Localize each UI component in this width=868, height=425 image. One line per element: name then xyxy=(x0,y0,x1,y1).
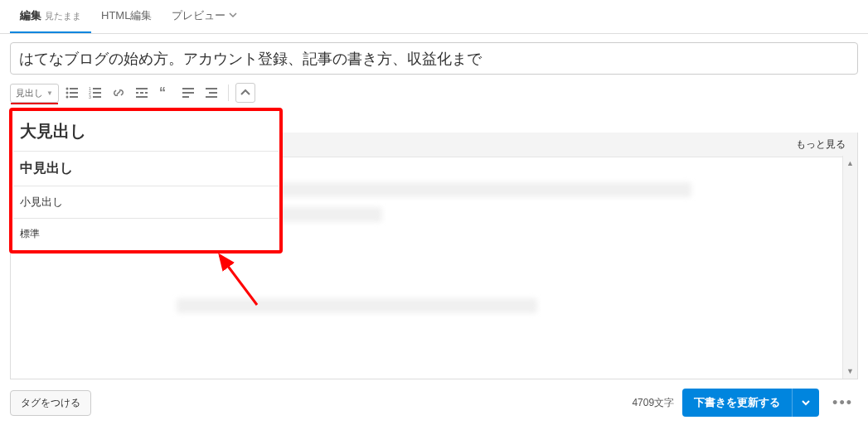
svg-rect-19 xyxy=(209,92,217,94)
ordered-list-button[interactable]: 123 xyxy=(85,83,105,103)
indent-icon xyxy=(205,86,218,99)
annotation-red-box: 大見出し 中見出し 小見出し 標準 xyxy=(9,108,283,254)
indent-button[interactable] xyxy=(201,83,221,103)
collapse-toolbar-button[interactable] xyxy=(235,83,255,103)
scroll-down-button[interactable]: ▼ xyxy=(843,364,857,379)
toolbar: 見出し ▼ 123 “ xyxy=(0,83,868,108)
char-count: 4709文字 xyxy=(632,396,674,410)
svg-rect-1 xyxy=(70,88,78,89)
svg-line-21 xyxy=(220,255,257,305)
caret-down-icon: ▼ xyxy=(46,89,53,97)
editor-tabs: 編集 見たまま HTML編集 プレビュー xyxy=(0,0,868,34)
update-draft-button[interactable]: 下書きを更新する xyxy=(682,389,793,417)
outdent-button[interactable] xyxy=(178,83,198,103)
tag-button[interactable]: タグをつける xyxy=(10,390,91,416)
tab-edit[interactable]: 編集 見たまま xyxy=(10,0,91,33)
annotation-underline xyxy=(11,103,58,104)
svg-text:3: 3 xyxy=(89,94,91,99)
svg-rect-9 xyxy=(93,92,101,94)
svg-rect-13 xyxy=(136,96,148,98)
outdent-icon xyxy=(182,86,195,99)
tab-html-label: HTML編集 xyxy=(101,8,152,23)
chevron-down-icon xyxy=(229,11,237,19)
tab-edit-label: 編集 xyxy=(20,8,41,23)
readmore-icon xyxy=(135,86,148,99)
svg-rect-7 xyxy=(93,88,101,89)
heading-select-label: 見出し xyxy=(16,87,43,99)
ordered-list-icon: 123 xyxy=(89,86,102,99)
more-link[interactable]: もっと見る xyxy=(796,138,846,150)
scroll-up-button[interactable]: ▲ xyxy=(843,156,857,171)
svg-rect-16 xyxy=(182,92,194,94)
quote-icon: “ xyxy=(158,86,172,99)
link-icon xyxy=(112,86,125,99)
update-draft-dropdown[interactable] xyxy=(793,389,819,417)
chevron-up-icon xyxy=(239,86,252,99)
footer: タグをつける 4709文字 下書きを更新する ••• xyxy=(0,380,868,425)
annotation-arrow xyxy=(207,247,274,313)
heading-option-h3[interactable]: 小見出し xyxy=(13,186,279,219)
link-button[interactable] xyxy=(109,83,129,103)
svg-rect-11 xyxy=(93,96,101,98)
heading-select[interactable]: 見出し ▼ xyxy=(10,84,59,103)
heading-option-h1[interactable]: 大見出し xyxy=(13,112,279,152)
scrollbar[interactable]: ▲ ▼ xyxy=(842,156,857,379)
more-options-button[interactable]: ••• xyxy=(827,394,858,412)
svg-rect-17 xyxy=(182,96,189,98)
svg-rect-5 xyxy=(70,96,78,98)
readmore-button[interactable] xyxy=(132,83,152,103)
svg-rect-3 xyxy=(70,92,78,94)
tab-edit-sublabel: 見たまま xyxy=(45,10,81,22)
svg-point-2 xyxy=(65,92,68,94)
chevron-down-icon xyxy=(801,398,811,408)
svg-rect-15 xyxy=(182,88,194,89)
title-row xyxy=(0,34,868,83)
heading-dropdown: 大見出し 中見出し 小見出し 標準 xyxy=(13,112,279,249)
unordered-list-icon xyxy=(65,86,79,99)
svg-text:“: “ xyxy=(159,86,166,99)
svg-point-4 xyxy=(65,96,68,99)
svg-rect-18 xyxy=(206,88,217,89)
toolbar-divider xyxy=(228,85,229,101)
tab-preview[interactable]: プレビュー xyxy=(162,0,247,33)
heading-dropdown-annotation: 大見出し 中見出し 小見出し 標準 xyxy=(9,108,283,254)
unordered-list-button[interactable] xyxy=(62,83,82,103)
tab-preview-label: プレビュー xyxy=(172,8,225,23)
heading-option-h2[interactable]: 中見出し xyxy=(13,152,279,186)
tab-html[interactable]: HTML編集 xyxy=(91,0,162,33)
svg-rect-12 xyxy=(136,88,148,89)
heading-option-normal[interactable]: 標準 xyxy=(13,219,279,249)
svg-rect-20 xyxy=(206,96,217,98)
svg-point-0 xyxy=(65,88,68,90)
quote-button[interactable]: “ xyxy=(155,83,175,103)
title-input[interactable] xyxy=(10,42,858,75)
